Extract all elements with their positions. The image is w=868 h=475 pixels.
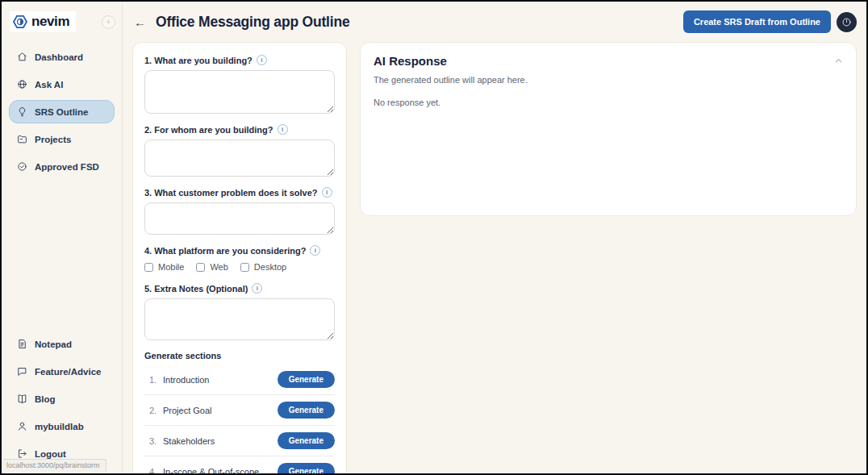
browser-status-url: localhost:3000/pq/brainstorm xyxy=(3,459,106,472)
nevim-hexagon-logo-icon xyxy=(12,14,28,30)
content-area: 1. What are you building?i2. For whom ar… xyxy=(123,42,866,473)
question-label-row: 4. What platform are you considering?i xyxy=(144,245,335,256)
generate-button-introduction[interactable]: Generate xyxy=(278,371,335,388)
section-row-introduction: 1.IntroductionGenerate xyxy=(144,365,335,395)
question-label: 2. For whom are you building? xyxy=(144,125,273,135)
checkbox-icon[interactable] xyxy=(240,263,249,272)
sidebar-item-projects[interactable]: Projects xyxy=(9,127,115,151)
header-actions: Create SRS Draft from Outline xyxy=(683,10,857,33)
ai-response-header: AI Response xyxy=(373,54,843,68)
checkbox-label: Mobile xyxy=(158,262,184,272)
checkbox-option-web[interactable]: Web xyxy=(196,262,227,272)
check-circle-icon xyxy=(17,161,27,172)
checkbox-option-mobile[interactable]: Mobile xyxy=(144,262,184,272)
app-window: nevim ‹ DashboardAsk AISRS OutlineProjec… xyxy=(0,0,868,475)
sidebar-collapse-icon[interactable]: ‹ xyxy=(102,15,115,29)
sidebar-item-mybuildlab[interactable]: mybuildlab xyxy=(9,415,115,438)
sidebar-item-label: mybuildlab xyxy=(35,422,84,431)
sidebar-item-blog[interactable]: Blog xyxy=(9,387,115,410)
checkbox-label: Desktop xyxy=(254,262,286,272)
sidebar-item-srs-outline[interactable]: SRS Outline xyxy=(9,100,115,123)
section-number: 4. xyxy=(149,467,163,474)
sidebar-item-label: Approved FSD xyxy=(35,162,99,172)
question-label-row: 2. For whom are you building?i xyxy=(144,124,335,135)
section-label: Project Goal xyxy=(163,406,212,415)
back-arrow-icon[interactable]: ← xyxy=(134,16,146,28)
sidebar-item-label: Dashboard xyxy=(35,52,83,62)
section-row-project-goal: 2.Project GoalGenerate xyxy=(144,395,335,426)
platform-checkbox-row: MobileWebDesktop xyxy=(144,262,335,272)
section-number: 1. xyxy=(149,375,163,385)
question-input-3[interactable] xyxy=(144,202,335,235)
question-block-5: 5. Extra Notes (Optional)i xyxy=(144,283,335,340)
generate-button-stakeholders[interactable]: Generate xyxy=(278,432,335,449)
chat-icon xyxy=(17,366,27,377)
question-label: 4. What platform are you considering? xyxy=(144,246,306,256)
sidebar-item-dashboard[interactable]: Dashboard xyxy=(9,45,115,69)
info-icon[interactable]: i xyxy=(252,283,262,294)
sidebar-item-feature-advice[interactable]: Feature/Advice xyxy=(9,360,115,383)
generate-sections-heading: Generate sections xyxy=(144,351,335,360)
question-label: 1. What are you building? xyxy=(144,56,252,65)
notepad-icon xyxy=(17,339,27,349)
sidebar-item-label: Projects xyxy=(35,135,71,144)
main-area: ← Office Messaging app Outline Create SR… xyxy=(123,2,866,473)
chevron-up-icon[interactable] xyxy=(834,54,843,65)
sidebar-item-label: Logout xyxy=(35,449,66,459)
question-block-4: 4. What platform are you considering?iMo… xyxy=(144,245,335,272)
question-input-5[interactable] xyxy=(144,298,335,340)
lightbulb-icon xyxy=(17,106,27,117)
sidebar-nav: DashboardAsk AISRS OutlineProjectsApprov… xyxy=(2,45,122,178)
question-label: 3. What customer problem does it solve? xyxy=(144,188,318,198)
sidebar-item-ask-ai[interactable]: Ask AI xyxy=(9,73,115,96)
folder-icon xyxy=(17,134,27,144)
question-label-row: 1. What are you building?i xyxy=(144,55,335,65)
question-label-row: 5. Extra Notes (Optional)i xyxy=(144,283,335,294)
generate-button-project-goal[interactable]: Generate xyxy=(278,402,335,419)
info-icon[interactable]: i xyxy=(278,124,288,135)
section-label: Stakeholders xyxy=(163,436,215,446)
question-input-1[interactable] xyxy=(144,70,335,114)
sidebar-header: nevim ‹ xyxy=(2,10,122,45)
ask-ai-globe-icon xyxy=(17,79,27,90)
generate-button-in-scope-out-of-scope[interactable]: Generate xyxy=(278,463,335,473)
book-icon xyxy=(17,394,27,404)
info-icon[interactable]: i xyxy=(310,245,320,256)
question-block-1: 1. What are you building?i xyxy=(144,55,335,114)
user-icon xyxy=(17,421,27,431)
history-clock-button[interactable] xyxy=(837,12,857,32)
ai-response-empty-state: No response yet. xyxy=(373,98,843,107)
section-number: 2. xyxy=(149,406,163,415)
checkbox-icon[interactable] xyxy=(196,263,205,272)
question-input-2[interactable] xyxy=(144,140,335,177)
logout-icon xyxy=(17,448,27,459)
logo[interactable]: nevim xyxy=(10,11,76,32)
sections-list: 1.IntroductionGenerate2.Project GoalGene… xyxy=(144,365,335,473)
sidebar-item-label: Blog xyxy=(35,394,56,404)
page-header: ← Office Messaging app Outline Create SR… xyxy=(123,2,866,42)
create-srs-draft-button[interactable]: Create SRS Draft from Outline xyxy=(683,10,831,33)
section-row-stakeholders: 3.StakeholdersGenerate xyxy=(144,426,335,456)
home-icon xyxy=(17,52,27,62)
sidebar-item-label: Notepad xyxy=(35,340,72,349)
question-block-3: 3. What customer problem does it solve?i xyxy=(144,187,335,235)
section-label: Introduction xyxy=(163,375,209,385)
checkbox-option-desktop[interactable]: Desktop xyxy=(240,262,286,272)
outline-form-card: 1. What are you building?i2. For whom ar… xyxy=(132,42,347,473)
clock-icon xyxy=(841,17,852,27)
sidebar-item-approved-fsd[interactable]: Approved FSD xyxy=(9,155,115,178)
question-label: 5. Extra Notes (Optional) xyxy=(144,284,248,294)
sidebar-footer-nav: NotepadFeature/AdviceBlogmybuildlabLogou… xyxy=(2,332,122,465)
sidebar-item-label: Ask AI xyxy=(35,80,63,90)
sidebar-item-notepad[interactable]: Notepad xyxy=(9,332,115,356)
sidebar-item-label: Feature/Advice xyxy=(35,367,101,377)
section-number: 3. xyxy=(149,436,163,446)
questions-container: 1. What are you building?i2. For whom ar… xyxy=(144,55,335,340)
sidebar: nevim ‹ DashboardAsk AISRS OutlineProjec… xyxy=(2,2,123,473)
info-icon[interactable]: i xyxy=(257,55,267,65)
sidebar-item-label: SRS Outline xyxy=(35,107,88,117)
info-icon[interactable]: i xyxy=(322,187,332,198)
checkbox-label: Web xyxy=(210,262,227,272)
checkbox-icon[interactable] xyxy=(144,263,153,272)
section-label: In-scope & Out-of-scope xyxy=(163,467,259,474)
